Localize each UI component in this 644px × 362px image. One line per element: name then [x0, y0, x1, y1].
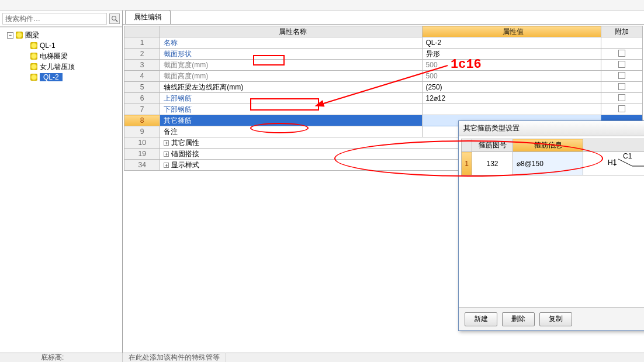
property-name: 截面高度(mm) [160, 71, 422, 82]
checkbox-icon[interactable] [618, 50, 625, 57]
property-row[interactable]: 4截面高度(mm)500 [124, 71, 643, 82]
tree-item[interactable]: 女儿墙压顶 [1, 61, 121, 72]
tree-root-label: 圈梁 [25, 30, 39, 40]
col-stirrup-num: 箍筋图号 [472, 139, 513, 152]
tree-item-label: 女儿墙压顶 [40, 62, 75, 72]
property-name: 上部钢筋 [160, 93, 422, 104]
stirrup-number[interactable]: 132 [472, 152, 513, 175]
row-number: 2 [124, 49, 160, 60]
item-icon [30, 63, 37, 70]
svg-line-1 [116, 20, 117, 22]
col-stirrup-info: 箍筋信息 [513, 139, 583, 152]
property-value[interactable]: 12⌀12 [422, 93, 601, 104]
row-number: 9 [124, 126, 160, 137]
property-name: 备注 [160, 126, 422, 137]
dialog-title: 其它箍筋类型设置 [463, 123, 644, 133]
tab-property-edit[interactable]: 属性编辑 [125, 10, 171, 24]
property-row[interactable]: 2截面形状异形 [124, 49, 643, 60]
row-number: 34 [124, 160, 160, 171]
property-add[interactable] [601, 82, 643, 93]
row-number: 5 [124, 82, 160, 93]
tree-root[interactable]: − 圈梁 [1, 30, 121, 40]
checkbox-icon[interactable] [618, 61, 625, 68]
row-number: 1 [124, 37, 160, 49]
row-number: 10 [124, 137, 160, 149]
property-value[interactable]: 500 [422, 60, 601, 71]
property-add[interactable] [601, 104, 643, 115]
row-number: 8 [124, 115, 160, 126]
collapse-icon[interactable]: − [7, 32, 13, 39]
checkbox-icon[interactable] [618, 105, 625, 112]
header-value: 属性值 [422, 26, 601, 37]
right-panel: 属性编辑 属性名称 属性值 附加 1名称QL-22截面形状异形3截面宽度(mm)… [123, 11, 644, 356]
status-bar: 底标高: 在此处添加该构件的特殊管等 [0, 353, 644, 362]
expand-icon[interactable]: + [164, 151, 169, 157]
item-icon [30, 53, 37, 60]
row-index: 1 [462, 152, 472, 175]
property-add[interactable] [601, 60, 643, 71]
stirrup-shape-cell: H1 C1 L C2 H2 [583, 152, 645, 175]
property-add[interactable] [601, 37, 643, 49]
folder-icon [16, 32, 23, 39]
property-name: 下部钢筋 [160, 104, 422, 115]
property-value[interactable]: 异形 [422, 49, 601, 60]
row-number: 19 [124, 149, 160, 160]
svg-text:C1: C1 [623, 152, 632, 160]
property-add[interactable] [601, 71, 643, 82]
property-value[interactable]: QL-2 [422, 37, 601, 49]
stirrup-dialog: 其它箍筋类型设置 箍筋图号 箍筋信息 图形 1 132 ⌀8 [458, 120, 644, 331]
row-number: 7 [124, 104, 160, 115]
property-name: 截面宽度(mm) [160, 60, 422, 71]
header-add: 附加 [601, 26, 643, 37]
tree-item-label: QL-1 [40, 42, 56, 50]
delete-button[interactable]: 删除 [502, 312, 535, 326]
property-row[interactable]: 3截面宽度(mm)500 [124, 60, 643, 71]
tree-item[interactable]: 电梯圈梁 [1, 51, 121, 61]
property-value[interactable]: (250) [422, 82, 601, 93]
dialog-titlebar[interactable]: 其它箍筋类型设置 [459, 121, 644, 136]
row-number: 4 [124, 71, 160, 82]
status-left: 底标高: [35, 353, 123, 362]
component-tree: − 圈梁 QL-1 电梯圈梁 女儿墙压顶 QL-2 [0, 27, 122, 356]
search-icon[interactable] [109, 13, 120, 24]
property-add[interactable] [601, 93, 643, 104]
header-name: 属性名称 [160, 26, 422, 37]
property-row[interactable]: 5轴线距梁左边线距离(mm)(250) [124, 82, 643, 93]
stirrup-table: 箍筋图号 箍筋信息 图形 1 132 ⌀8@150 H1 [461, 139, 644, 175]
svg-point-0 [112, 16, 116, 20]
tree-item-label: 电梯圈梁 [40, 51, 68, 61]
new-button[interactable]: 新建 [465, 312, 497, 326]
row-number: 6 [124, 93, 160, 104]
property-row[interactable]: 6上部钢筋12⌀12 [124, 93, 643, 104]
checkbox-icon[interactable] [618, 94, 625, 101]
status-mid: 在此处添加该构件的特殊管等 [123, 353, 226, 362]
expand-icon[interactable]: + [164, 163, 169, 168]
property-value[interactable] [422, 104, 601, 115]
tree-item-selected[interactable]: QL-2 [1, 72, 121, 82]
search-input[interactable] [2, 13, 107, 25]
row-number: 3 [124, 60, 160, 71]
top-toolbar [0, 0, 644, 11]
stirrup-row[interactable]: 1 132 ⌀8@150 H1 C1 L [462, 152, 645, 175]
property-name: 其它箍筋 [160, 115, 422, 126]
expand-icon[interactable]: + [164, 140, 169, 146]
copy-button[interactable]: 复制 [539, 312, 572, 326]
stirrup-info-cell[interactable]: ⌀8@150 [513, 152, 583, 175]
checkbox-icon[interactable] [618, 83, 625, 90]
item-icon [30, 74, 37, 81]
property-value[interactable]: 500 [422, 71, 601, 82]
checkbox-icon[interactable] [618, 72, 625, 79]
property-name: 截面形状 [160, 49, 422, 60]
property-add[interactable] [601, 49, 643, 60]
left-panel: − 圈梁 QL-1 电梯圈梁 女儿墙压顶 QL-2 [0, 11, 123, 356]
property-row[interactable]: 1名称QL-2 [124, 37, 643, 49]
col-stirrup-shape: 图形 [583, 139, 645, 152]
item-icon [30, 42, 37, 49]
tree-item-label: QL-2 [40, 73, 63, 81]
property-name: 名称 [160, 37, 422, 49]
property-name: 轴线距梁左边线距离(mm) [160, 82, 422, 93]
tree-item[interactable]: QL-1 [1, 40, 121, 51]
property-row[interactable]: 7下部钢筋 [124, 104, 643, 115]
svg-text:H1: H1 [608, 158, 617, 167]
